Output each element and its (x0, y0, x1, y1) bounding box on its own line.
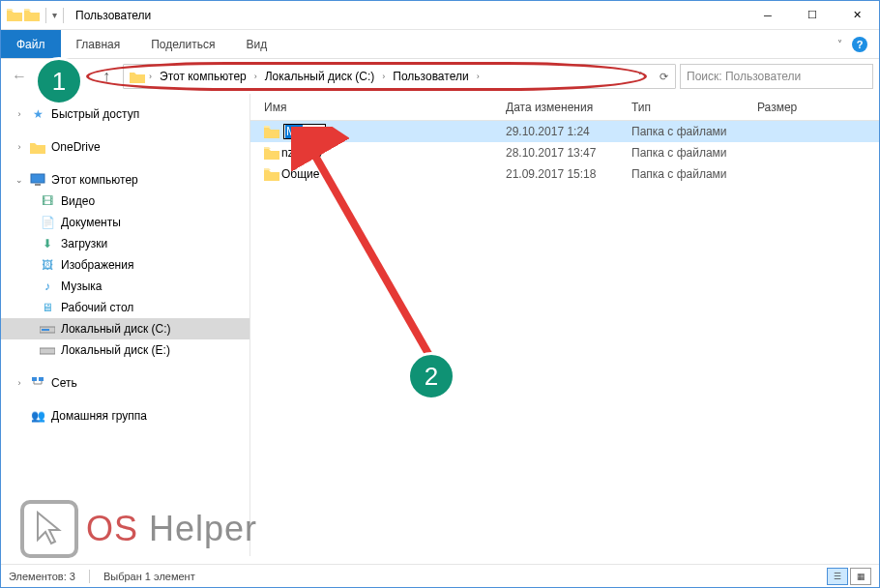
cell-type: Папка с файлами (631, 146, 757, 160)
svg-rect-6 (39, 377, 44, 381)
tab-home[interactable]: Главная (61, 30, 136, 58)
file-list: Имя Дата изменения Тип Размер My 29.10.2… (250, 94, 879, 556)
crumb-drive[interactable]: Локальный диск (C:) (261, 70, 379, 83)
cell-type: Папка с файлами (631, 167, 757, 181)
col-date[interactable]: Дата изменения (506, 101, 631, 114)
refresh-button[interactable]: ⟳ (652, 65, 675, 88)
sidebar-item-label: OneDrive (51, 140, 101, 154)
col-size[interactable]: Размер (757, 101, 835, 114)
crumb-thispc[interactable]: Этот компьютер (156, 70, 250, 83)
sidebar-item-label: Домашняя группа (51, 409, 147, 423)
folder-icon (264, 126, 281, 138)
star-icon: ★ (30, 106, 45, 122)
sidebar-item-documents[interactable]: 📄Документы (1, 212, 249, 233)
up-button[interactable]: ↑ (94, 64, 119, 89)
cell-type: Папка с файлами (631, 125, 757, 138)
separator (45, 8, 46, 23)
sidebar-item-drive-c[interactable]: Локальный диск (C:) (1, 318, 249, 339)
sidebar-item-video[interactable]: 🎞Видео (1, 191, 249, 212)
address-bar[interactable]: › Этот компьютер › Локальный диск (C:) ›… (123, 64, 676, 89)
sidebar-onedrive[interactable]: › OneDrive (1, 136, 249, 158)
desktop-icon: 🖥 (40, 300, 55, 315)
main-area: › ★ Быстрый доступ › OneDrive ⌄ Этот ком… (1, 94, 879, 556)
status-bar: Элементов: 3 Выбран 1 элемент ☰ ▦ (1, 564, 879, 587)
ribbon-collapse-icon[interactable]: ˅ (837, 39, 842, 49)
expand-icon[interactable]: › (15, 378, 24, 388)
music-icon: ♪ (40, 279, 55, 294)
sidebar-item-drive-e[interactable]: Локальный диск (E:) (1, 339, 249, 361)
address-row: ← → ˅ ↑ › Этот компьютер › Локальный дис… (1, 59, 879, 94)
window-title: Пользователи (75, 9, 151, 22)
folder-icon (130, 69, 145, 84)
cell-date: 29.10.2017 1:24 (506, 125, 631, 138)
separator (89, 570, 90, 583)
table-row[interactable]: nzhorov 28.10.2017 13:47 Папка с файлами (250, 142, 879, 163)
sidebar-item-label: Сеть (51, 376, 77, 390)
sidebar-quick-access[interactable]: › ★ Быстрый доступ (1, 103, 249, 125)
document-icon: 📄 (40, 215, 55, 230)
titlebar: ▾ Пользователи ─ ☐ ✕ (1, 1, 879, 30)
sidebar-item-desktop[interactable]: 🖥Рабочий стол (1, 297, 249, 318)
col-name[interactable]: Имя (264, 101, 506, 114)
close-button[interactable]: ✕ (835, 1, 879, 30)
sidebar-homegroup[interactable]: 👥 Домашняя группа (1, 405, 249, 426)
back-button[interactable]: ← (7, 64, 32, 89)
cell-date: 21.09.2017 15:18 (506, 167, 631, 181)
folder-icon (264, 168, 281, 181)
rename-input[interactable]: My (283, 124, 326, 139)
tab-view[interactable]: Вид (230, 30, 282, 58)
watermark-logo: OS Helper (20, 500, 257, 558)
col-type[interactable]: Тип (631, 101, 757, 114)
homegroup-icon: 👥 (30, 408, 45, 424)
folder-icon (264, 147, 281, 160)
cell-date: 28.10.2017 13:47 (506, 146, 631, 160)
table-row[interactable]: Общие 21.09.2017 15:18 Папка с файлами (250, 163, 879, 185)
svg-rect-3 (42, 329, 49, 331)
sidebar-item-label: Быстрый доступ (51, 107, 139, 121)
sidebar-thispc[interactable]: ⌄ Этот компьютер (1, 169, 249, 191)
file-tab[interactable]: Файл (1, 30, 61, 58)
sidebar-item-music[interactable]: ♪Музыка (1, 276, 249, 297)
cell-name: Общие (281, 167, 506, 181)
download-icon: ⬇ (40, 236, 55, 251)
maximize-button[interactable]: ☐ (790, 1, 835, 30)
view-details-button[interactable]: ☰ (827, 568, 848, 585)
search-input[interactable]: Поиск: Пользователи (680, 64, 873, 89)
sidebar-network[interactable]: › Сеть (1, 372, 249, 394)
sidebar-item-pictures[interactable]: 🖼Изображения (1, 254, 249, 276)
chevron-right-icon[interactable]: › (147, 72, 154, 81)
svg-rect-4 (40, 348, 55, 354)
annotation-badge-2: 2 (407, 352, 455, 400)
minimize-button[interactable]: ─ (746, 1, 790, 30)
monitor-icon (30, 172, 45, 188)
tab-share[interactable]: Поделиться (135, 30, 230, 58)
chevron-right-icon[interactable]: › (380, 72, 387, 81)
collapse-icon[interactable]: ⌄ (15, 175, 24, 185)
expand-icon[interactable]: › (15, 142, 24, 152)
sidebar-item-downloads[interactable]: ⬇Загрузки (1, 233, 249, 254)
chevron-right-icon[interactable]: › (475, 72, 482, 81)
drive-icon (40, 321, 55, 337)
cell-name: nzhorov (281, 146, 506, 160)
column-headers: Имя Дата изменения Тип Размер (250, 94, 879, 121)
folder-icon (7, 8, 22, 23)
chevron-right-icon[interactable]: › (252, 72, 259, 81)
cloud-icon (30, 139, 45, 155)
picture-icon: 🖼 (40, 257, 55, 273)
sidebar-item-label: Этот компьютер (51, 173, 138, 187)
table-row[interactable]: My 29.10.2017 1:24 Папка с файлами (250, 121, 879, 142)
separator (63, 8, 64, 23)
sidebar: › ★ Быстрый доступ › OneDrive ⌄ Этот ком… (1, 94, 250, 556)
folder-icon (24, 8, 40, 23)
status-count: Элементов: 3 (9, 571, 75, 582)
overflow-icon[interactable]: ▾ (52, 10, 57, 20)
address-dropdown[interactable]: ˅ (629, 65, 652, 88)
cursor-icon (20, 500, 78, 558)
crumb-users[interactable]: Пользователи (389, 70, 472, 83)
help-icon[interactable]: ? (852, 37, 867, 52)
video-icon: 🎞 (40, 193, 55, 209)
view-icons-button[interactable]: ▦ (850, 568, 871, 585)
expand-icon[interactable]: › (15, 109, 24, 119)
ribbon: Файл Главная Поделиться Вид ˅ ? (1, 30, 879, 59)
annotation-badge-1: 1 (35, 57, 83, 105)
